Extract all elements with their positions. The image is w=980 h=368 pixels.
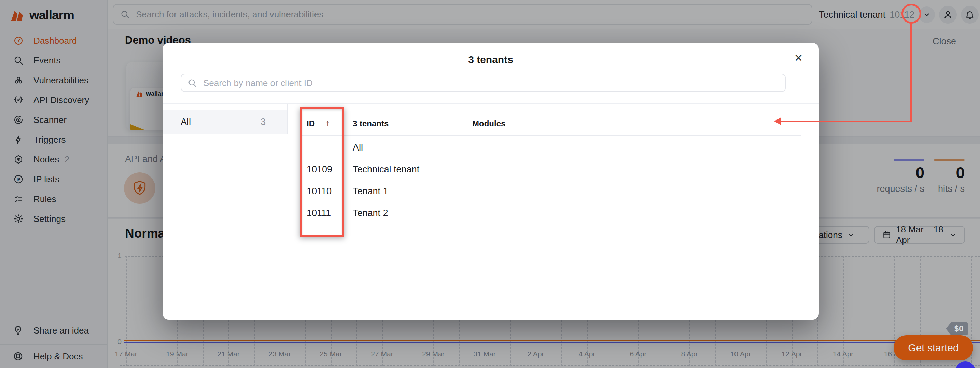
modal-title: 3 tenants xyxy=(162,54,819,65)
tenant-row-10109[interactable]: 10109 Technical tenant xyxy=(301,159,801,180)
modal-close-button[interactable]: × xyxy=(792,51,805,65)
annotation-ring-tenant-switcher xyxy=(902,4,921,24)
modal-divider xyxy=(162,103,819,104)
tenant-row-10111[interactable]: 10111 Tenant 2 xyxy=(301,202,801,224)
cell-name: Tenant 1 xyxy=(353,186,388,197)
cell-name: Tenant 2 xyxy=(353,208,388,219)
group-count: 3 xyxy=(261,117,266,127)
annotation-line-vertical xyxy=(910,23,912,121)
tenant-search[interactable] xyxy=(181,74,786,92)
column-header-tenants: 3 tenants xyxy=(353,119,388,128)
close-icon: × xyxy=(795,50,802,65)
tenant-search-input[interactable] xyxy=(202,78,779,89)
tenants-modal: 3 tenants × All 3 ID ↑ 3 tenants Modules… xyxy=(162,43,819,319)
search-icon xyxy=(188,78,197,88)
tenant-row-10110[interactable]: 10110 Tenant 1 xyxy=(301,180,801,202)
cell-name: All xyxy=(353,142,363,153)
group-label: All xyxy=(181,117,191,127)
get-started-button[interactable]: Get started xyxy=(894,335,973,360)
annotation-line-horizontal xyxy=(781,121,912,122)
annotation-box-id-column xyxy=(300,107,344,237)
annotation-arrowhead xyxy=(774,117,781,125)
tenant-row-all[interactable]: — All — xyxy=(301,136,801,159)
cell-name: Technical tenant xyxy=(353,164,419,175)
tenant-group-all[interactable]: All 3 xyxy=(162,110,287,134)
cell-modules: — xyxy=(472,142,482,153)
table-header-divider xyxy=(301,135,801,135)
wallarm-console-screen: wallarm Dashboard Events Vulnerabilities… xyxy=(0,0,980,368)
column-header-modules: Modules xyxy=(472,119,505,128)
panel-separator xyxy=(287,104,288,134)
